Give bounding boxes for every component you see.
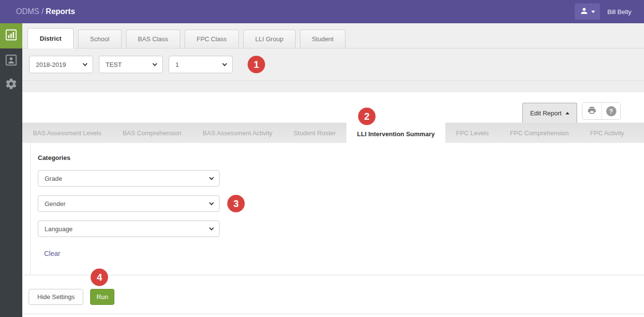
toolbar-zone: Edit Report ? <box>22 92 644 123</box>
breadcrumb-page: Reports <box>46 7 75 16</box>
main: District School BAS Class FPC Class LLI … <box>22 23 644 317</box>
user-name: Bill Belty <box>607 8 631 16</box>
categories-panel: Categories Grade Gender 3 La <box>30 143 644 275</box>
group-select[interactable]: 1 <box>169 56 233 73</box>
run-wrap: 4 Run <box>90 289 114 304</box>
report-tab-bas-assessment-levels[interactable]: BAS Assessment Levels <box>22 123 112 143</box>
topbar: ODMS / Reports Bill Belty <box>0 0 644 23</box>
sidebar-item-settings[interactable] <box>0 74 22 96</box>
print-button[interactable] <box>582 103 601 119</box>
chevron-down-icon <box>591 11 595 13</box>
report-tools: Edit Report ? <box>522 102 621 123</box>
category-row-gender: Gender 3 <box>38 195 644 212</box>
report-tab-bas-assessment-activity[interactable]: BAS Assessment Activity <box>192 123 283 143</box>
sidebar <box>0 23 22 317</box>
step-badge-3: 3 <box>227 195 245 212</box>
categories-heading: Categories <box>38 154 644 161</box>
help-button[interactable]: ? <box>601 103 620 119</box>
step-badge-4: 4 <box>91 269 108 286</box>
sidebar-item-students[interactable] <box>0 48 22 74</box>
tab-fpc-class[interactable]: FPC Class <box>185 30 239 48</box>
tab-district[interactable]: District <box>28 28 74 48</box>
breadcrumb: ODMS / Reports <box>16 7 75 16</box>
printer-icon <box>587 106 597 116</box>
sidebar-item-reports[interactable] <box>0 23 22 48</box>
scope-tabs: District School BAS Class FPC Class LLI … <box>22 23 644 48</box>
report-settings: Categories Grade Gender 3 La <box>22 143 644 275</box>
report-tab-fpc-levels[interactable]: FPC Levels <box>445 123 499 143</box>
person-card-icon <box>5 54 17 68</box>
report-tab-fpc-activity[interactable]: FPC Activity <box>580 123 635 143</box>
tab-bas-class[interactable]: BAS Class <box>126 30 180 48</box>
category-row-language: Language <box>38 221 644 237</box>
report-tabs: BAS Assessment Levels BAS Comprehension … <box>22 123 644 143</box>
edit-report-button[interactable]: Edit Report <box>522 103 577 123</box>
report-tab-fpc-comprehension[interactable]: FPC Comprehension <box>499 123 579 143</box>
bottom-divider <box>22 314 644 314</box>
category-row-grade: Grade <box>38 170 644 187</box>
hide-settings-button[interactable]: Hide Settings <box>29 289 83 305</box>
category-select-gender[interactable]: Gender <box>38 195 220 212</box>
help-icon: ? <box>606 106 616 116</box>
step-badge-1: 1 <box>248 56 265 73</box>
category-select-grade[interactable]: Grade <box>38 170 220 187</box>
gear-icon <box>5 78 17 92</box>
run-button[interactable]: Run <box>90 289 114 305</box>
actions-bar: Hide Settings 4 Run <box>22 275 644 304</box>
edit-report-label: Edit Report <box>530 110 562 117</box>
tab-school[interactable]: School <box>78 30 122 48</box>
school-year-select[interactable]: 2018-2019 <box>29 56 93 73</box>
report-tab-student-roster[interactable]: Student Roster <box>283 123 346 143</box>
category-select-language[interactable]: Language <box>38 221 220 237</box>
clear-link[interactable]: Clear <box>44 250 60 257</box>
user-icon <box>580 6 589 17</box>
filter-row: 2018-2019 TEST 1 1 <box>22 48 644 81</box>
toolbar-icon-group: ? <box>582 102 621 120</box>
tab-lli-group[interactable]: LLI Group <box>243 30 296 48</box>
page: ODMS / Reports Bill Belty <box>0 0 644 317</box>
step-badge-2: 2 <box>358 108 376 125</box>
report-tab-lli-intervention-summary[interactable]: LLI Intervention Summary <box>346 123 445 145</box>
report-tab-bas-comprehension[interactable]: BAS Comprehension <box>112 123 192 143</box>
divider-strip <box>22 81 644 92</box>
bar-chart-icon <box>5 29 17 43</box>
chevron-up-icon <box>565 112 569 114</box>
user-area: Bill Belty <box>575 3 631 20</box>
tab-student[interactable]: Student <box>300 30 346 48</box>
user-menu-button[interactable] <box>575 3 600 20</box>
breadcrumb-app: ODMS / <box>16 7 44 16</box>
district-select[interactable]: TEST <box>99 56 163 73</box>
